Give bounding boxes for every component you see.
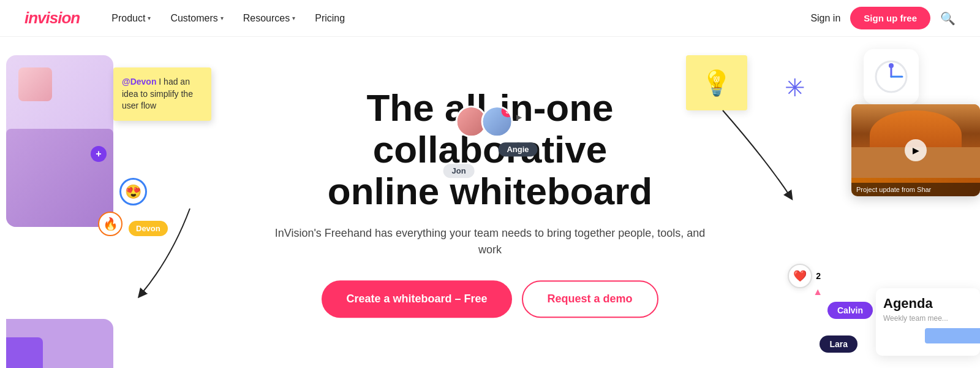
name-tag-angie: Angie bbox=[498, 142, 537, 156]
design-panel-box bbox=[18, 67, 52, 101]
signin-link[interactable]: Sign in bbox=[810, 13, 840, 24]
nav-pricing-label: Pricing bbox=[315, 13, 345, 24]
bottom-left-rect bbox=[6, 337, 43, 368]
name-tag-jon: Jon bbox=[443, 164, 475, 178]
customers-chevron-icon: ▾ bbox=[221, 15, 224, 21]
avatar-group: 3 ▶ Angie Jon bbox=[456, 105, 513, 137]
design-panel bbox=[6, 55, 113, 227]
clock-widget bbox=[864, 49, 919, 104]
lara-label: Lara bbox=[820, 335, 858, 353]
agenda-bar bbox=[925, 328, 980, 343]
logo[interactable]: invision bbox=[24, 9, 80, 28]
nav-customers-label: Customers bbox=[170, 13, 217, 24]
nav-links: Product ▾ Customers ▾ Resources ▾ Pricin… bbox=[104, 8, 810, 29]
heart-count: 2 bbox=[816, 271, 821, 281]
sticky-mention: @Devon bbox=[122, 77, 156, 86]
nav-resources[interactable]: Resources ▾ bbox=[236, 8, 303, 29]
video-play-button[interactable]: ▶ bbox=[905, 139, 927, 161]
avatar-user-2: 3 bbox=[481, 105, 513, 137]
hero-section: @Devon I had an idea to simplify the use… bbox=[0, 37, 980, 368]
agenda-title: Agenda bbox=[883, 296, 973, 312]
agenda-widget: Agenda Weekly team mee... bbox=[876, 288, 980, 356]
nav-resources-label: Resources bbox=[243, 13, 290, 24]
heart-reaction: ❤️ 2 bbox=[788, 264, 821, 288]
agenda-subtitle: Weekly team mee... bbox=[883, 314, 973, 323]
nav-pricing[interactable]: Pricing bbox=[307, 8, 352, 29]
hero-content: 3 ▶ Angie Jon The all-in-one collaborati… bbox=[270, 87, 710, 318]
product-chevron-icon: ▾ bbox=[148, 15, 151, 21]
nav-right: Sign in Sign up free 🔍 bbox=[810, 7, 956, 29]
notification-badge: 3 bbox=[502, 105, 513, 117]
nav-product[interactable]: Product ▾ bbox=[104, 8, 158, 29]
devon-label: Devon bbox=[129, 221, 168, 236]
search-icon[interactable]: 🔍 bbox=[940, 11, 956, 26]
video-caption: Project update from Shar bbox=[851, 183, 980, 196]
hero-cta-group: Create a whiteboard – Free Request a dem… bbox=[270, 280, 710, 318]
left-decorations: @Devon I had an idea to simplify the use… bbox=[0, 37, 184, 368]
collaborators-widget: 3 ▶ Angie Jon bbox=[456, 105, 513, 137]
calvin-label: Calvin bbox=[827, 302, 873, 319]
video-thumbnail[interactable]: ▶ Project update from Shar bbox=[851, 104, 980, 196]
request-demo-button[interactable]: Request a demo bbox=[522, 280, 658, 318]
asterisk-icon: ✳ bbox=[785, 74, 805, 102]
play-icon[interactable]: ▶ bbox=[513, 113, 526, 125]
create-whiteboard-button[interactable]: Create a whiteboard – Free bbox=[322, 280, 511, 318]
right-decorations: 💡 ✳ ▶ Project update from Shar ❤ bbox=[735, 37, 980, 368]
navbar: invision Product ▾ Customers ▾ Resources… bbox=[0, 0, 980, 37]
plus-button[interactable]: + bbox=[91, 146, 107, 162]
triangle-arrow-icon: ▲ bbox=[813, 286, 823, 297]
heart-icon[interactable]: ❤️ bbox=[788, 264, 812, 288]
nav-product-label: Product bbox=[111, 13, 145, 24]
design-panel-inner bbox=[6, 129, 113, 227]
hero-subtitle: InVision's Freehand has everything your … bbox=[270, 225, 710, 258]
hero-title-line2: online whiteboard bbox=[328, 171, 652, 213]
sticky-note-devon: @Devon I had an idea to simplify the use… bbox=[113, 67, 211, 121]
svg-point-3 bbox=[889, 63, 894, 68]
emoji-face-icon: 😍 bbox=[119, 178, 147, 205]
nav-customers[interactable]: Customers ▾ bbox=[163, 8, 230, 29]
resources-chevron-icon: ▾ bbox=[292, 15, 295, 21]
fire-emoji-icon: 🔥 bbox=[98, 212, 123, 236]
signup-button[interactable]: Sign up free bbox=[850, 7, 930, 29]
